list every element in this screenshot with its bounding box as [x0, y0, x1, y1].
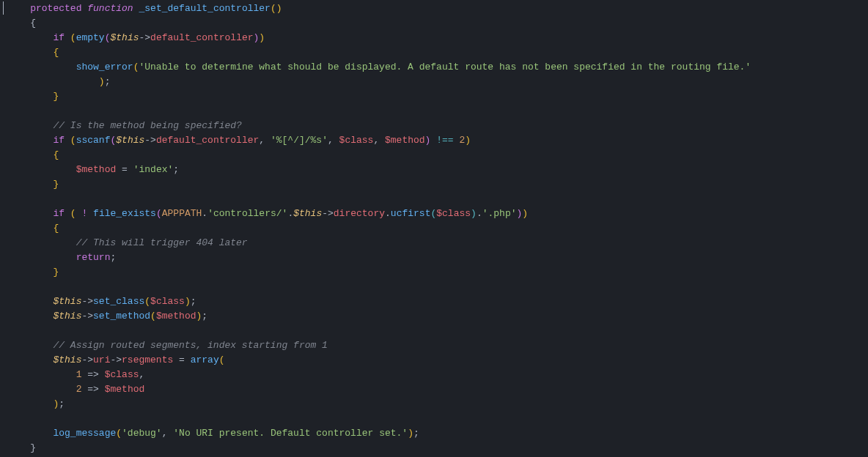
code-line[interactable]	[7, 324, 868, 338]
code-line[interactable]: return;	[7, 250, 868, 265]
code-line[interactable]: // Assign routed segments, index startin…	[7, 338, 868, 353]
method-call: set_class	[93, 296, 144, 307]
code-line[interactable]: if (sscanf($this->default_controller, '%…	[7, 133, 868, 148]
brace: }	[53, 267, 59, 278]
brace: }	[53, 91, 59, 102]
code-line[interactable]	[7, 192, 868, 207]
code-line[interactable]: );	[7, 397, 868, 412]
brace: {	[53, 223, 59, 234]
code-line[interactable]: }	[7, 177, 868, 192]
code-line[interactable]: $this->set_class($class);	[7, 294, 868, 309]
code-line[interactable]: log_message('debug', 'No URI present. De…	[7, 426, 868, 441]
property: default_controller	[150, 32, 253, 43]
function-call: show_error	[76, 62, 133, 73]
code-line[interactable]	[7, 104, 868, 119]
code-line[interactable]: if (empty($this->default_controller))	[7, 31, 868, 45]
constant: APPPATH	[162, 208, 202, 219]
code-editor[interactable]: protected function _set_default_controll…	[0, 0, 868, 457]
function-call: empty	[76, 32, 105, 43]
code-line[interactable]: $this->set_method($method);	[7, 309, 868, 324]
code-line[interactable]	[7, 412, 868, 426]
code-line[interactable]: );	[7, 75, 868, 89]
code-line[interactable]: }	[7, 265, 868, 280]
code-line[interactable]: {	[7, 45, 868, 60]
text-cursor	[3, 1, 4, 15]
variable: $this	[110, 32, 139, 43]
function-call: sscanf	[76, 135, 111, 146]
code-line[interactable]: if ( ! file_exists(APPPATH.'controllers/…	[7, 207, 868, 221]
code-line[interactable]: 1 => $class,	[7, 368, 868, 382]
brace: {	[53, 47, 59, 58]
function-call: log_message	[53, 428, 116, 439]
code-line[interactable]	[7, 280, 868, 294]
code-line[interactable]: $this->uri->rsegments = array(	[7, 353, 868, 368]
string-literal: 'index'	[133, 164, 174, 175]
keyword: protected	[30, 3, 81, 14]
function-name: _set_default_controller	[139, 3, 270, 14]
code-line[interactable]: 2 => $method	[7, 382, 868, 397]
comment: // This will trigger 404 later	[76, 237, 248, 248]
brace: }	[30, 442, 36, 453]
code-line[interactable]: // Is the method being specified?	[7, 119, 868, 133]
variable: $method	[76, 164, 117, 175]
brace: {	[53, 149, 59, 160]
keyword: if	[53, 32, 65, 43]
function-call: array	[191, 354, 219, 365]
comment: // Assign routed segments, index startin…	[53, 340, 327, 351]
code-line[interactable]: $method = 'index';	[7, 163, 868, 177]
function-call: file_exists	[93, 208, 156, 219]
comment: // Is the method being specified?	[53, 120, 241, 131]
code-line[interactable]: // This will trigger 404 later	[7, 236, 868, 250]
keyword: if	[53, 135, 65, 146]
code-line[interactable]: {	[7, 221, 868, 236]
keyword: function	[87, 3, 133, 14]
method-call: set_method	[93, 311, 150, 322]
string-literal: 'Unable to determine what should be disp…	[139, 62, 751, 73]
brace: {	[30, 18, 36, 29]
code-line[interactable]: protected function _set_default_controll…	[7, 1, 868, 16]
brace: }	[53, 179, 59, 190]
code-line[interactable]: }	[7, 89, 868, 104]
keyword: if	[53, 208, 65, 219]
code-line[interactable]: {	[7, 148, 868, 163]
code-line[interactable]: show_error('Unable to determine what sho…	[7, 60, 868, 75]
code-line[interactable]: }	[7, 441, 868, 456]
code-line[interactable]: {	[7, 16, 868, 31]
keyword: return	[76, 252, 111, 263]
